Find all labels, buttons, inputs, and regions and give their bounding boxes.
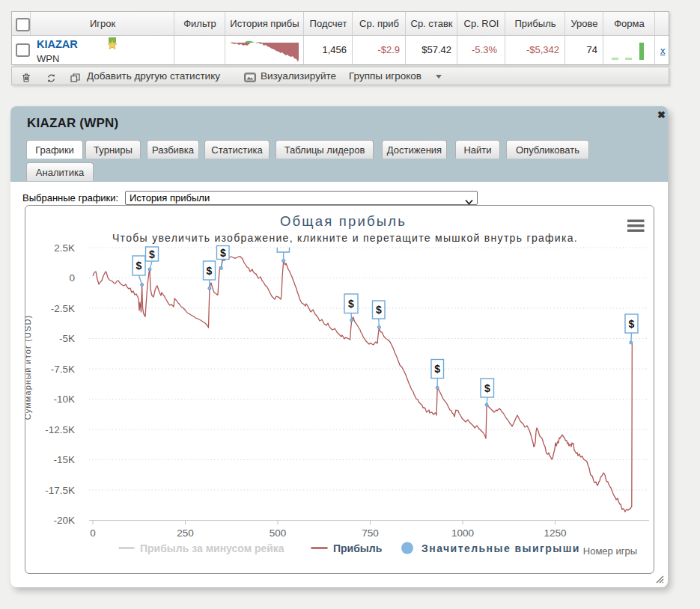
svg-text:-2.5K: -2.5K <box>51 303 75 314</box>
svg-text:0: 0 <box>69 272 75 284</box>
svg-text:$: $ <box>434 363 440 375</box>
svg-text:Прибыль за минусом рейка: Прибыль за минусом рейка <box>140 542 284 554</box>
svg-text:0: 0 <box>90 527 96 539</box>
svg-text:-7.5K: -7.5K <box>51 364 75 375</box>
svg-text:250: 250 <box>177 527 194 539</box>
svg-text:-5K: -5K <box>59 333 75 344</box>
svg-text:-15K: -15K <box>53 454 75 465</box>
svg-text:-10K: -10K <box>53 394 75 405</box>
svg-text:$: $ <box>136 260 142 272</box>
svg-text:$: $ <box>220 247 226 259</box>
svg-text:Значительные выигрыши: Значительные выигрыши <box>421 542 580 554</box>
svg-text:Прибыль: Прибыль <box>333 542 383 554</box>
svg-text:Номер игры: Номер игры <box>583 545 637 557</box>
svg-text:$: $ <box>484 382 490 394</box>
svg-text:$: $ <box>149 248 155 260</box>
svg-text:Суммарный итог (USD): Суммарный итог (USD) <box>25 315 32 420</box>
svg-text:$: $ <box>629 318 635 330</box>
svg-text:-12.5K: -12.5K <box>45 424 75 435</box>
svg-text:500: 500 <box>270 527 287 539</box>
svg-text:$: $ <box>348 298 354 310</box>
svg-text:-17.5K: -17.5K <box>45 485 75 496</box>
svg-text:Общая прибыль: Общая прибыль <box>280 213 407 229</box>
svg-text:$: $ <box>376 304 382 316</box>
svg-text:1000: 1000 <box>451 527 474 539</box>
svg-text:$: $ <box>207 265 213 277</box>
svg-text:750: 750 <box>362 527 379 539</box>
svg-text:2.5K: 2.5K <box>54 242 75 254</box>
svg-text:-20K: -20K <box>53 515 75 526</box>
svg-text:Чтобы увеличить изображение, к: Чтобы увеличить изображение, кликните и … <box>112 232 578 244</box>
svg-text:1250: 1250 <box>544 527 566 539</box>
